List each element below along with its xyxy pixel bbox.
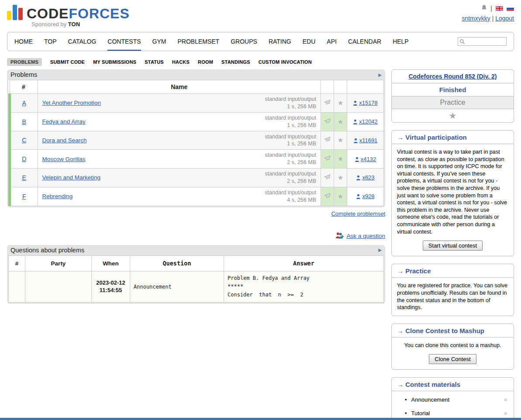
nav-groups[interactable]: GROUPS [231,32,257,51]
clone-contest-button[interactable]: Clone Contest [429,354,476,364]
solved-count-link[interactable]: x928 [362,193,374,200]
logo-text: CODEFORCES [27,7,130,20]
table-row: B Fedya and Array standard input/output1… [10,112,384,131]
tab-problems[interactable]: PROBLEMS [7,58,42,66]
solved-count-link[interactable]: x15178 [359,100,378,106]
contest-title-link[interactable]: Codeforces Round 852 (Div. 2) [408,73,497,80]
problem-letter-link[interactable]: E [22,174,26,181]
announcement-link[interactable]: Announcement [411,396,449,403]
footer-bar [0,418,521,420]
bullet: • [405,410,407,417]
favorite-star-icon[interactable]: ★ [334,131,347,150]
nav-calendar[interactable]: CALENDAR [348,32,381,51]
solved-count-link[interactable]: x11691 [359,137,378,144]
complete-problemset-link[interactable]: Complete problemset [331,210,385,217]
nav-edu[interactable]: EDU [303,32,316,51]
table-header-row: # Party When Question Answer [9,255,384,272]
col-question: Question [130,255,224,272]
problem-name-link[interactable]: Moscow Gorillas [42,156,86,162]
tutorial-link[interactable]: Tutorial [411,410,430,417]
problem-letter-link[interactable]: D [22,155,26,162]
question-party [25,272,92,303]
collapse-arrow-icon[interactable]: ▶ [378,248,382,252]
problem-name-link[interactable]: Yet Another Promotion [42,100,101,106]
logo[interactable]: CODEFORCES Sponsored by TON [7,4,130,28]
tab-hacks[interactable]: HACKS [172,59,190,65]
clone-contest-box: → Clone Contest to Mashup You can clone … [391,324,514,370]
nav-contests[interactable]: CONTESTS [107,32,141,51]
submit-solution-icon[interactable] [321,169,334,187]
collapse-arrow-icon[interactable]: ▶ [378,72,382,77]
english-flag-icon[interactable] [496,6,503,11]
virtual-participation-title: → Virtual participation [392,131,514,144]
russian-flag-icon[interactable] [507,6,514,11]
problem-name-link[interactable]: Dora and Search [42,137,87,144]
clone-contest-text: You can clone this contest to a mashup. [392,337,514,354]
contest-info-box: Codeforces Round 852 (Div. 2) Finished P… [391,69,514,123]
nav-rating[interactable]: RATING [269,32,291,51]
ask-question-link[interactable]: Ask a question [346,233,385,239]
solvers-icon [353,100,358,106]
col-number: # [10,80,38,94]
favorite-star-icon[interactable]: ★ [334,169,347,187]
solvers-icon [356,194,361,199]
submit-solution-icon[interactable] [321,131,334,150]
problems-caption: Problems [10,71,37,78]
solved-count-link[interactable]: x623 [362,174,374,181]
virtual-participation-box: → Virtual participation Virtual contest … [391,130,514,256]
bullet: • [405,396,407,403]
practice-box: → Practice You are registered for practi… [391,264,514,316]
tab-submit-code[interactable]: SUBMIT CODE [50,59,85,65]
close-icon[interactable]: × [504,396,507,403]
nav-home[interactable]: HOME [14,32,33,51]
tab-room[interactable]: ROOM [198,59,213,65]
search-icon [459,38,465,46]
problem-name-link[interactable]: Velepin and Marketing [42,174,101,181]
submit-solution-icon[interactable] [321,112,334,131]
favorite-star-icon[interactable]: ★ [334,187,347,206]
nav-top[interactable]: TOP [44,32,57,51]
question-answer: Problem B. Fedya and Array ***** Conside… [224,272,384,303]
table-row: C Dora and Search standard input/output1… [10,131,384,150]
submit-solution-icon[interactable] [321,150,334,169]
favorite-star-icon[interactable]: ★ [334,150,347,169]
nav-help[interactable]: HELP [393,32,409,51]
problem-letter-link[interactable]: C [22,137,26,144]
solvers-icon [356,175,361,180]
logout-link[interactable]: Logout [495,15,514,22]
problem-limits: standard input/output4 s, 256 MB [265,189,316,204]
problem-name-link[interactable]: Fedya and Array [42,118,86,125]
separator: | [490,5,492,12]
username-link[interactable]: sntmxykky [462,15,490,22]
problem-letter-link[interactable]: A [22,100,26,107]
col-answer: Answer [224,255,384,272]
favorite-contest-star-icon[interactable]: ★ [392,109,514,122]
tab-my-submissions[interactable]: MY SUBMISSIONS [93,59,136,65]
submit-solution-icon[interactable] [321,94,334,113]
col-party: Party [25,255,92,272]
tab-standings[interactable]: STANDINGS [221,59,250,65]
problem-name-link[interactable]: Rebrending [42,193,73,200]
problem-letter-link[interactable]: F [22,193,26,200]
tab-status[interactable]: STATUS [145,59,164,65]
nav-catalog[interactable]: CATALOG [68,32,97,51]
nav-problemset[interactable]: PROBLEMSET [177,32,219,51]
favorite-star-icon[interactable]: ★ [334,94,347,113]
tab-custom-invocation[interactable]: CUSTOM INVOCATION [259,59,312,65]
solved-count-link[interactable]: x12042 [359,118,378,125]
logo-bars-icon [7,4,23,20]
bell-icon[interactable] [481,4,487,12]
problem-letter-link[interactable]: B [22,118,26,125]
nav-gym[interactable]: GYM [152,32,166,51]
submit-solution-icon[interactable] [321,187,334,206]
solved-count-link[interactable]: x4132 [361,156,376,162]
contest-materials-box: → Contest materials • Announcement × • T… [391,377,514,420]
page-header: CODEFORCES Sponsored by TON | sntmxykky … [0,0,521,28]
nav-api[interactable]: API [327,32,337,51]
favorite-star-icon[interactable]: ★ [334,112,347,131]
contest-status: Finished [392,83,514,96]
problem-limits: standard input/output1 s, 256 MB [265,114,316,129]
start-virtual-contest-button[interactable]: Start virtual contest [423,241,483,251]
main-nav: HOME TOP CATALOG CONTESTS GYM PROBLEMSET… [7,32,514,51]
close-icon[interactable]: × [504,410,507,417]
